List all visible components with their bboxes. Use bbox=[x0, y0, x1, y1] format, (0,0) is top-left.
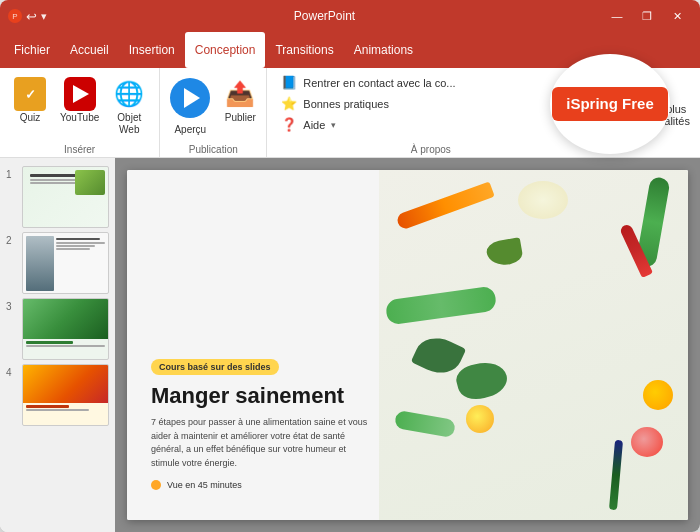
vegetables-area bbox=[379, 170, 688, 520]
slide-preview-2 bbox=[22, 232, 109, 294]
objet-web-button[interactable]: 🌐 ObjetWeb bbox=[107, 74, 151, 140]
quiz-button[interactable]: ✓ Quiz bbox=[8, 74, 52, 128]
insert-section-label: Insérer bbox=[64, 142, 95, 155]
apercu-play-icon bbox=[184, 88, 200, 108]
slide-text-area: Cours basé sur des slides Manger saineme… bbox=[127, 170, 396, 520]
youtube-icon-box bbox=[64, 77, 96, 111]
slide-canvas: Cours basé sur des slides Manger saineme… bbox=[115, 158, 700, 532]
slide-tag: Cours basé sur des slides bbox=[151, 359, 279, 375]
publication-section-label: Publication bbox=[189, 142, 238, 155]
slide-preview-1 bbox=[22, 166, 109, 228]
publier-label: Publier bbox=[225, 112, 256, 124]
carrot-veg bbox=[395, 181, 494, 230]
menu-conception[interactable]: Conception bbox=[185, 32, 266, 68]
slide-panel: 1 2 bbox=[0, 158, 115, 532]
youtube-label: YouTube bbox=[60, 112, 99, 124]
ispring-button[interactable]: iSpring Free bbox=[552, 87, 668, 121]
apercu-icon bbox=[170, 78, 210, 118]
ribbon-insert-items: ✓ Quiz YouTube 🌐 bbox=[8, 74, 151, 142]
slide-num-2: 2 bbox=[6, 235, 18, 246]
bean-veg bbox=[394, 410, 456, 438]
quiz-icon-box: ✓ bbox=[14, 77, 46, 111]
ribbon-publication-section: Aperçu 📤 Publier Publication bbox=[160, 68, 267, 157]
slide-thumb-4[interactable]: 4 bbox=[6, 364, 109, 426]
title-bar: P ↩ ▾ PowerPoint — ❐ ✕ bbox=[0, 0, 700, 32]
slide-preview-3 bbox=[22, 298, 109, 360]
title-bar-undo-area: ↩ ▾ bbox=[26, 9, 47, 24]
pea-pod-veg bbox=[384, 285, 496, 325]
undo-icon[interactable]: ↩ bbox=[26, 9, 37, 24]
apercu-label: Aperçu bbox=[174, 124, 206, 136]
slide-duration-text: Vue en 45 minutes bbox=[167, 480, 242, 490]
ispring-circle: iSpring Free bbox=[550, 54, 670, 154]
apropos-link-contact-text: Rentrer en contact avec la co... bbox=[303, 77, 455, 89]
main-area: 1 2 bbox=[0, 158, 700, 532]
slide-thumb-1[interactable]: 1 bbox=[6, 166, 109, 228]
menu-fichier[interactable]: Fichier bbox=[4, 32, 60, 68]
window-title: PowerPoint bbox=[47, 9, 602, 23]
publier-button[interactable]: 📤 Publier bbox=[218, 74, 262, 140]
objet-web-icon: 🌐 bbox=[113, 78, 145, 110]
slide-thumb-3[interactable]: 3 bbox=[6, 298, 109, 360]
apropos-link-bonnes-text: Bonnes pratiques bbox=[303, 98, 389, 110]
menu-insertion[interactable]: Insertion bbox=[119, 32, 185, 68]
lemon-veg bbox=[643, 380, 673, 410]
slide-main: Cours basé sur des slides Manger saineme… bbox=[127, 170, 688, 520]
ribbon-apropos-section: 📘 Rentrer en contact avec la co... ⭐ Bon… bbox=[267, 68, 594, 157]
ispring-balloon: iSpring Free bbox=[550, 54, 690, 164]
ribbon: ✓ Quiz YouTube 🌐 bbox=[0, 68, 700, 158]
aide-dropdown-icon: ▾ bbox=[331, 120, 336, 130]
slide-title: Manger sainement bbox=[151, 383, 372, 408]
objet-web-label: ObjetWeb bbox=[117, 112, 141, 136]
apropos-link-bonnes[interactable]: ⭐ Bonnes pratiques bbox=[279, 95, 582, 112]
objet-web-icon-box: 🌐 bbox=[113, 77, 145, 111]
help-icon: ❓ bbox=[281, 117, 297, 132]
cauliflower-veg bbox=[518, 181, 568, 219]
app-window: P ↩ ▾ PowerPoint — ❐ ✕ Fichier Accueil I… bbox=[0, 0, 700, 532]
facebook-icon: 📘 bbox=[281, 75, 297, 90]
apropos-link-aide-text: Aide bbox=[303, 119, 325, 131]
window-icon: P bbox=[8, 9, 22, 23]
redo-icon[interactable]: ▾ bbox=[41, 10, 47, 23]
slide2-img bbox=[26, 236, 54, 291]
restore-button[interactable]: ❐ bbox=[632, 0, 662, 32]
quiz-icon: ✓ bbox=[14, 78, 46, 110]
publier-icon-box: 📤 bbox=[224, 77, 256, 111]
slide-num-3: 3 bbox=[6, 301, 18, 312]
rosemary-veg bbox=[609, 439, 623, 509]
title-bar-controls: P bbox=[8, 9, 22, 23]
ribbon-pub-items: Aperçu 📤 Publier bbox=[164, 74, 262, 140]
slide-thumb-2[interactable]: 2 bbox=[6, 232, 109, 294]
apropos-link-aide[interactable]: ❓ Aide ▾ bbox=[279, 116, 582, 133]
apropos-section-label: À propos bbox=[279, 142, 582, 155]
red-tomato-veg bbox=[631, 427, 663, 457]
publier-icon: 📤 bbox=[224, 78, 256, 110]
quiz-label: Quiz bbox=[20, 112, 41, 124]
menu-accueil[interactable]: Accueil bbox=[60, 32, 119, 68]
ribbon-insert-section: ✓ Quiz YouTube 🌐 bbox=[0, 68, 160, 157]
window-controls: — ❐ ✕ bbox=[602, 0, 692, 32]
herb-veg bbox=[486, 237, 525, 268]
slide-num-4: 4 bbox=[6, 367, 18, 378]
slide1-img bbox=[75, 170, 105, 195]
menu-animations[interactable]: Animations bbox=[344, 32, 423, 68]
slide-duration: Vue en 45 minutes bbox=[151, 480, 372, 490]
slide-description: 7 étapes pour passer à une alimentation … bbox=[151, 416, 372, 470]
basil-veg bbox=[453, 357, 510, 404]
youtube-play-icon bbox=[73, 85, 89, 103]
minimize-button[interactable]: — bbox=[602, 0, 632, 32]
apropos-link-contact[interactable]: 📘 Rentrer en contact avec la co... bbox=[279, 74, 582, 91]
star-icon: ⭐ bbox=[281, 96, 297, 111]
slide-num-1: 1 bbox=[6, 169, 18, 180]
youtube-button[interactable]: YouTube bbox=[54, 74, 105, 128]
duration-dot bbox=[151, 480, 161, 490]
close-button[interactable]: ✕ bbox=[662, 0, 692, 32]
apercu-button[interactable]: Aperçu bbox=[164, 74, 216, 140]
yellow-tomato-veg bbox=[466, 405, 494, 433]
youtube-icon bbox=[64, 78, 96, 110]
menu-transitions[interactable]: Transitions bbox=[265, 32, 343, 68]
slide-preview-4 bbox=[22, 364, 109, 426]
